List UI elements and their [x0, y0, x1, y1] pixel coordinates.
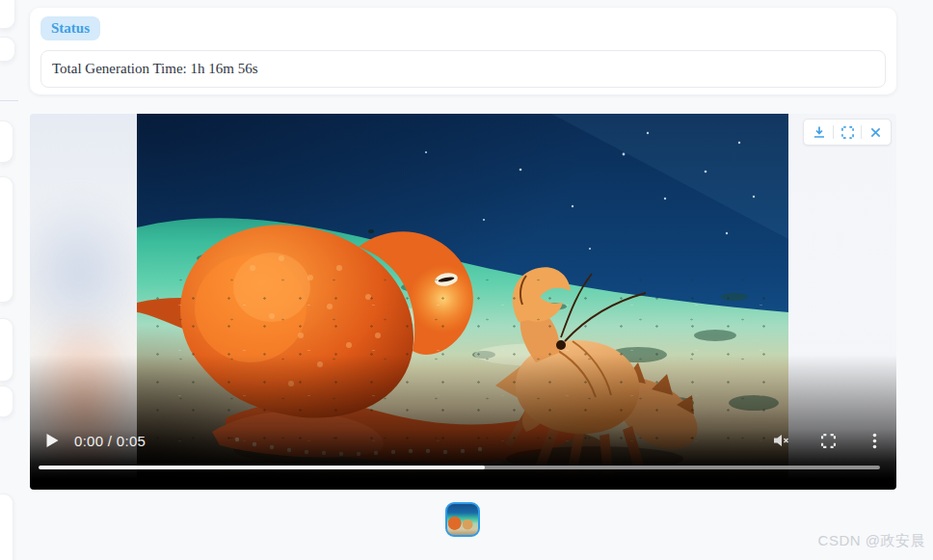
download-icon — [813, 125, 826, 139]
left-edge-panel — [0, 493, 13, 560]
fullscreen-icon — [841, 126, 854, 139]
volume-button[interactable] — [772, 432, 789, 449]
overflow-menu-icon — [872, 433, 877, 449]
play-button[interactable] — [44, 433, 60, 448]
watermark-text: CSDN @政安晨 — [818, 532, 925, 550]
video-thumbnail[interactable] — [445, 502, 480, 537]
progress-bar[interactable] — [39, 466, 880, 469]
fullscreen-button[interactable] — [839, 124, 856, 140]
left-edge-panel — [0, 318, 13, 382]
left-edge-panel — [0, 176, 13, 303]
left-edge-panel — [0, 37, 15, 62]
player-fullscreen-button[interactable] — [820, 433, 836, 448]
left-edge-panel — [0, 386, 13, 417]
download-button[interactable] — [811, 124, 828, 140]
toolbar-separator — [833, 125, 834, 139]
fullscreen-icon — [821, 434, 836, 448]
generation-time-text: Total Generation Time: 1h 16m 56s — [52, 61, 258, 77]
progress-played — [39, 466, 485, 469]
close-button[interactable] — [866, 124, 884, 140]
close-icon — [869, 126, 882, 139]
video-player-card: 0:00 / 0:05 — [30, 114, 896, 490]
page: Status Total Generation Time: 1h 16m 56s — [0, 0, 933, 560]
play-icon — [46, 434, 59, 447]
generation-time-textbox[interactable]: Total Generation Time: 1h 16m 56s — [40, 50, 886, 88]
status-panel: Status Total Generation Time: 1h 16m 56s — [30, 8, 896, 94]
status-badge: Status — [40, 16, 100, 40]
left-edge-panel — [0, 120, 13, 163]
time-display: 0:00 / 0:05 — [74, 433, 146, 449]
toolbar-separator — [861, 125, 862, 139]
media-toolbar — [803, 119, 892, 146]
video-controls-gradient — [30, 355, 896, 490]
left-edge-divider — [0, 100, 18, 101]
volume-muted-icon — [773, 433, 789, 448]
overflow-menu-button[interactable] — [867, 432, 881, 449]
left-edge-panel — [0, 0, 15, 29]
